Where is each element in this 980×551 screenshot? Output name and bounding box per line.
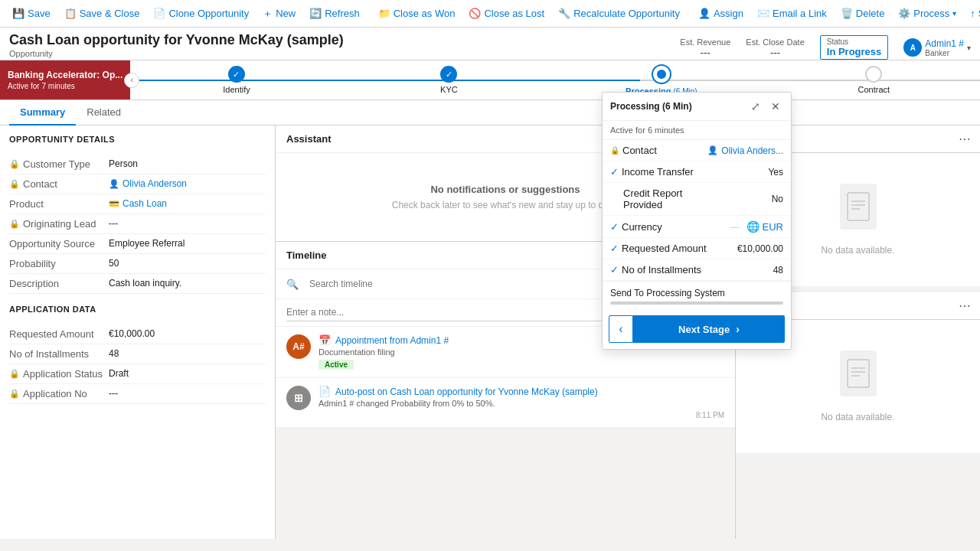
popup-expand-button[interactable]: ⤢ <box>748 99 763 114</box>
popup-row-credit-report: Credit ReportProvided No <box>603 183 791 216</box>
user-pill[interactable]: A Admin1 # Banker ▾ <box>903 38 971 57</box>
share-icon: ↑ <box>970 8 975 19</box>
lock-icon-customer-type: 🔒 <box>9 159 20 169</box>
refresh-button[interactable]: 🔄 Refresh <box>303 5 366 22</box>
est-close-date-label: Est. Close Date <box>746 37 804 47</box>
stage-label-identify: Identify <box>223 85 250 94</box>
clone-button[interactable]: 📄 Clone Opportunity <box>147 5 255 22</box>
opportunity-details-header: OPPORTUNITY DETAILS <box>9 135 266 147</box>
field-value-description: Cash loan inquiry. <box>109 278 266 289</box>
field-contact: 🔒 Contact 👤 Olivia Anderson <box>9 174 266 194</box>
right-dots-icon[interactable]: ⋯ <box>959 132 971 146</box>
popup-row-label-requested-amount: ✓ Requested Amount <box>610 243 707 254</box>
field-label-customer-type: 🔒 Customer Type <box>9 158 109 170</box>
refresh-icon: 🔄 <box>309 8 322 19</box>
stages-container: ✓ Identify ✓ KYC Processing (6 Min) Cont… <box>130 60 980 99</box>
popup-row-label-currency: ✓ Currency <box>610 221 662 233</box>
field-originating-lead: 🔒 Originating Lead --- <box>9 214 266 234</box>
currency-separator: — <box>730 221 740 233</box>
stage-banner[interactable]: Banking Accelerator: Op... Active for 7 … <box>0 60 130 99</box>
field-label-product: Product <box>9 198 109 210</box>
stage-collapse-button[interactable]: ‹ <box>124 73 139 88</box>
timeline-title-autopost[interactable]: Auto-post on Cash Loan opportunity for Y… <box>335 386 598 397</box>
tab-related[interactable]: Related <box>76 100 132 126</box>
main-content: OPPORTUNITY DETAILS 🔒 Customer Type Pers… <box>0 126 980 539</box>
tab-summary[interactable]: Summary <box>9 100 76 126</box>
popup-lock-contact: 🔒 <box>610 146 619 155</box>
process-icon: ⚙️ <box>898 8 910 19</box>
close-won-icon: 📁 <box>378 8 390 19</box>
stage-label-kyc: KYC <box>440 85 458 94</box>
recalculate-button[interactable]: 🔧 Recalculate Opportunity <box>552 5 686 22</box>
popup-back-button[interactable]: ‹ <box>609 315 633 343</box>
euro-icon: 🌐 <box>746 220 760 233</box>
calendar-icon: 📅 <box>318 334 331 346</box>
lock-icon-app-no: 🔒 <box>9 389 20 399</box>
field-value-product[interactable]: 💳 Cash Loan <box>109 198 266 209</box>
record-header-left: Cash Loan opportunity for Yvonne McKay (… <box>9 32 344 58</box>
stage-kyc[interactable]: ✓ KYC <box>343 66 555 94</box>
est-revenue-value: --- <box>680 47 730 58</box>
process-dropdown-icon: ▾ <box>952 9 956 18</box>
timeline-item-autopost: ⊞ 📄 Auto-post on Cash Loan opportunity f… <box>276 378 735 428</box>
popup-close-button[interactable]: ✕ <box>768 99 783 114</box>
popup-row-value-contact[interactable]: 👤 Olivia Anders... <box>707 145 783 156</box>
stage-identify[interactable]: ✓ Identify <box>130 66 342 94</box>
record-header: Cash Loan opportunity for Yvonne McKay (… <box>0 28 980 60</box>
est-revenue-label: Est. Revenue <box>680 37 730 47</box>
record-type: Opportunity <box>9 49 344 58</box>
record-title: Cash Loan opportunity for Yvonne McKay (… <box>9 32 344 48</box>
delete-button[interactable]: 🗑️ Delete <box>835 5 891 22</box>
popup-send-row: Send To Processing System <box>603 281 791 311</box>
field-label-originating-lead: 🔒 Originating Lead <box>9 218 109 230</box>
popup-active-label: Active for 6 minutes <box>603 121 791 140</box>
right-dots-icon-2[interactable]: ⋯ <box>959 298 971 313</box>
user-dropdown-icon: ▾ <box>967 44 971 52</box>
save-close-button[interactable]: 📋 Save & Close <box>58 5 146 22</box>
assign-button[interactable]: 👤 Assign <box>692 5 750 22</box>
close-lost-button[interactable]: 🚫 Close as Lost <box>462 5 550 22</box>
popup-row-label-income-transfer: ✓ Income Transfer <box>610 166 694 178</box>
clone-icon: 📄 <box>153 8 165 19</box>
left-panel: OPPORTUNITY DETAILS 🔒 Customer Type Pers… <box>0 126 276 539</box>
recalculate-icon: 🔧 <box>558 8 570 19</box>
field-label-contact: 🔒 Contact <box>9 178 109 190</box>
save-button[interactable]: 💾 Save <box>6 5 57 22</box>
field-value-contact[interactable]: 👤 Olivia Anderson <box>109 178 266 189</box>
email-icon: ✉️ <box>757 8 769 19</box>
popup-next-stage-button[interactable]: Next Stage › <box>633 315 785 343</box>
field-app-no: 🔒 Application No --- <box>9 384 266 404</box>
contact-person-icon: 👤 <box>109 179 119 189</box>
process-button[interactable]: ⚙️ Process ▾ <box>892 5 962 22</box>
field-label-description: Description <box>9 278 109 289</box>
popup-row-value-currency: — 🌐 EUR <box>730 220 783 233</box>
field-probability: Probability 50 <box>9 254 266 274</box>
field-opp-source: Opportunity Source Employee Referral <box>9 234 266 254</box>
timeline-content-autopost: 📄 Auto-post on Cash Loan opportunity for… <box>318 386 724 419</box>
share-button[interactable]: ↑ Share <box>964 5 980 22</box>
status-badge: Status In Progress <box>820 35 889 60</box>
timeline-avatar-autopost: ⊞ <box>286 386 311 410</box>
popup-row-income-transfer: ✓ Income Transfer Yes <box>603 161 791 183</box>
timeline-avatar-appt: A# <box>286 334 311 359</box>
stage-contract[interactable]: Contract <box>768 66 980 94</box>
new-button[interactable]: ＋ New <box>256 4 302 24</box>
toolbar: 💾 Save 📋 Save & Close 📄 Clone Opportunit… <box>0 0 980 28</box>
right-empty-text-bottom: No data available. <box>821 412 894 422</box>
popup-controls: ⤢ ✕ <box>748 99 783 114</box>
field-customer-type: 🔒 Customer Type Person <box>9 155 266 174</box>
stage-processing[interactable]: Processing (6 Min) <box>555 64 767 96</box>
field-label-probability: Probability <box>9 258 109 269</box>
close-won-button[interactable]: 📁 Close as Won <box>372 5 462 22</box>
application-data-header: APPLICATION DATA <box>9 305 266 317</box>
banner-title: Banking Accelerator: Op... <box>8 70 122 80</box>
status-label: Status <box>827 37 882 46</box>
stage-circle-identify: ✓ <box>228 66 245 83</box>
email-link-button[interactable]: ✉️ Email a Link <box>751 5 833 22</box>
timeline-title-appt[interactable]: Appointment from Admin1 # <box>335 335 449 346</box>
popup-check-currency: ✓ <box>610 221 619 233</box>
user-avatar: A <box>903 38 922 57</box>
popup-row-label-contact: 🔒 Contact <box>610 145 657 156</box>
timeline-sub-autopost: Admin1 # changed Probability from 0% to … <box>318 399 724 408</box>
save-close-icon: 📋 <box>64 8 77 19</box>
